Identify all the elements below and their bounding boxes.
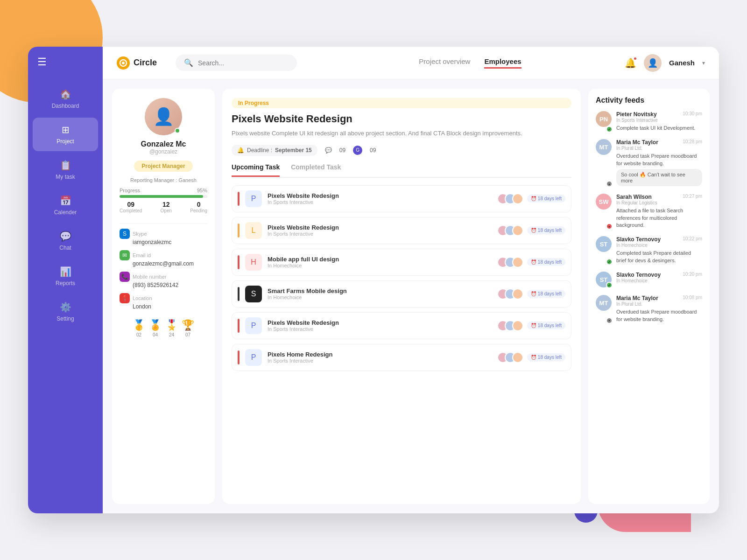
status-dot-icon: • <box>606 181 613 187</box>
task-info: Smart Farms Mobile design In Homechoice <box>268 287 495 300</box>
nav-item-project-overview[interactable]: Project overview <box>419 57 470 69</box>
task-bar <box>238 350 240 364</box>
stat-pending: 0Pending <box>190 201 207 213</box>
task-item[interactable]: P Pixels Website Redesign In Sports Inte… <box>232 312 571 339</box>
profile-name: Gonzalez Mc <box>141 140 186 148</box>
activity-name: Maria Mc Taylor <box>616 295 658 301</box>
chevron-down-icon: ▾ <box>702 60 705 66</box>
task-avatar <box>512 320 523 331</box>
task-list: P Pixels Website Redesign In Sports Inte… <box>232 185 571 495</box>
sidebar-item-dashboard[interactable]: 🏠Dashboard <box>33 82 98 116</box>
activity-avatar: ST <box>596 236 612 252</box>
setting-icon: ⚙️ <box>60 301 71 313</box>
task-bar <box>238 224 240 238</box>
progress-section: Progress 95% 09Completed12Open0Pending <box>120 188 207 213</box>
email id-icon: ✉ <box>120 250 130 260</box>
body-area: 👤 Gonzalez Mc @gonzalez Project Manager … <box>103 79 719 513</box>
nav-item-employees[interactable]: Employees <box>484 57 521 69</box>
notification-button[interactable]: 🔔 <box>625 57 636 69</box>
task-bar <box>238 287 240 301</box>
badges-row: 🥇02🏅04🎖️24🏆07 <box>133 319 194 337</box>
activity-text: Completed task Prepare detailed brief fo… <box>616 250 702 264</box>
member-count: 09 <box>370 147 376 154</box>
task-name: Pixels Website Redesign <box>268 319 495 326</box>
header: Circle 🔍 Project overviewEmployees 🔔 👤 G… <box>103 47 719 79</box>
stat-completed: 09Completed <box>120 201 142 213</box>
activity-text: Complete task UI kit Development. <box>616 125 702 132</box>
activity-title: Activity feeds <box>596 96 702 105</box>
dashboard-icon: 🏠 <box>60 89 71 100</box>
search-input[interactable] <box>198 59 289 67</box>
task-logo: P <box>245 349 262 366</box>
profile-card: 👤 Gonzalez Mc @gonzalez Project Manager … <box>112 89 215 504</box>
task-avatars <box>501 352 523 363</box>
task-item[interactable]: H Mobile app full UI design In Homechoic… <box>232 249 571 276</box>
task-sub: In Sports Interactive <box>268 326 495 332</box>
menu-toggle[interactable]: ☰ <box>37 56 47 68</box>
chat-icon: 💬 <box>60 231 71 242</box>
activity-item: MT • Maria Mc Taylor In Plural Ltd. 10:0… <box>596 295 702 323</box>
sidebar: ☰ 🏠Dashboard⊞Project📋My task📅Calender💬Ch… <box>28 47 103 513</box>
badge-item: 🏆07 <box>182 319 194 337</box>
activity-text: Attached a file to task Search reference… <box>616 207 702 229</box>
contact-email-id: ✉Email idgonzalezmc@gmail.com <box>120 250 207 267</box>
activity-org: In Homechoice <box>616 278 661 283</box>
activity-name: Sarah Wilson <box>616 194 657 200</box>
sidebar-item-chat[interactable]: 💬Chat <box>33 224 98 258</box>
comment-count: 09 <box>339 147 345 154</box>
tab-completed-task[interactable]: Completed Task <box>291 163 341 177</box>
task-bar <box>238 192 240 206</box>
task-logo: L <box>245 222 262 239</box>
sidebar-item-calender[interactable]: 📅Calender <box>33 189 98 222</box>
tab-upcoming-task[interactable]: Upcoming Task <box>232 163 280 177</box>
task-item[interactable]: L Pixels Website Redesign In Sports Inte… <box>232 217 571 244</box>
activity-comment: So cool 🔥 Can't wait to see more <box>616 169 702 186</box>
activity-avatar: MT <box>596 295 612 311</box>
activity-item: PN ✓ Pieter Novitsky In Sports Interacti… <box>596 111 702 132</box>
sidebar-item-reports[interactable]: 📊Reports <box>33 259 98 293</box>
activity-list: PN ✓ Pieter Novitsky In Sports Interacti… <box>596 111 702 497</box>
role-badge: Project Manager <box>134 161 192 172</box>
activity-avatar: SW <box>596 194 612 210</box>
skype-icon: S <box>120 229 130 239</box>
sidebar-item-project[interactable]: ⊞Project <box>33 118 98 151</box>
online-indicator <box>175 128 180 133</box>
task-days: ⏰ 18 days left <box>527 353 565 361</box>
task-days: ⏰ 18 days left <box>527 258 565 266</box>
activity-name: Slavko Ternovoy <box>616 272 661 278</box>
task-avatar <box>512 288 523 300</box>
search-icon: 🔍 <box>184 58 193 67</box>
svg-point-1 <box>122 62 125 64</box>
activity-item: ST ✓ Slavko Ternovoy In Homechoice 10:22… <box>596 236 702 264</box>
task-item[interactable]: S Smart Farms Mobile design In Homechoic… <box>232 280 571 308</box>
progress-label: Progress <box>120 188 140 193</box>
sidebar-item-mytask[interactable]: 📋My task <box>33 153 98 187</box>
activity-avatar-wrap: PN ✓ <box>596 111 612 132</box>
activity-org: In Sports Interactive <box>616 118 658 123</box>
logo-area: Circle <box>117 56 157 70</box>
deadline-badge: 🔔 Deadline : September 15 <box>232 145 317 156</box>
deadline-date: September 15 <box>275 147 312 154</box>
project-description: Pixels website Complete UI kit redesign … <box>232 129 571 138</box>
task-avatars <box>501 225 523 236</box>
activity-body: Slavko Ternovoy In Homechoice 10:22 pm C… <box>616 236 702 264</box>
task-sub: In Homechoice <box>268 294 495 300</box>
status-dot-icon: • <box>606 223 613 230</box>
task-item[interactable]: P Pixels Home Redesign In Sports Interac… <box>232 344 571 371</box>
task-avatar <box>512 257 523 268</box>
activity-org: In Plural Ltd. <box>616 146 658 151</box>
task-days: ⏰ 18 days left <box>527 290 565 298</box>
contact-location: 📍LocationLondon <box>120 293 207 310</box>
contact-mobile-number: 📞Mobile number(893) 8525926142 <box>120 272 207 288</box>
sidebar-item-setting[interactable]: ⚙️Setting <box>33 295 98 329</box>
task-info: Mobile app full UI design In Homechoice <box>268 256 495 268</box>
user-name[interactable]: Ganesh <box>669 59 695 67</box>
mytask-icon: 📋 <box>60 160 71 171</box>
task-days: ⏰ 18 days left <box>527 226 565 234</box>
activity-body: Maria Mc Taylor In Plural Ltd. 10:28 pm … <box>616 139 702 186</box>
activity-org: In Regular Logistics <box>616 200 657 205</box>
task-days: ⏰ 18 days left <box>527 195 565 203</box>
task-info: Pixels Website Redesign In Sports Intera… <box>268 192 495 205</box>
task-item[interactable]: P Pixels Website Redesign In Sports Inte… <box>232 185 571 212</box>
task-name: Pixels Home Redesign <box>268 351 495 358</box>
